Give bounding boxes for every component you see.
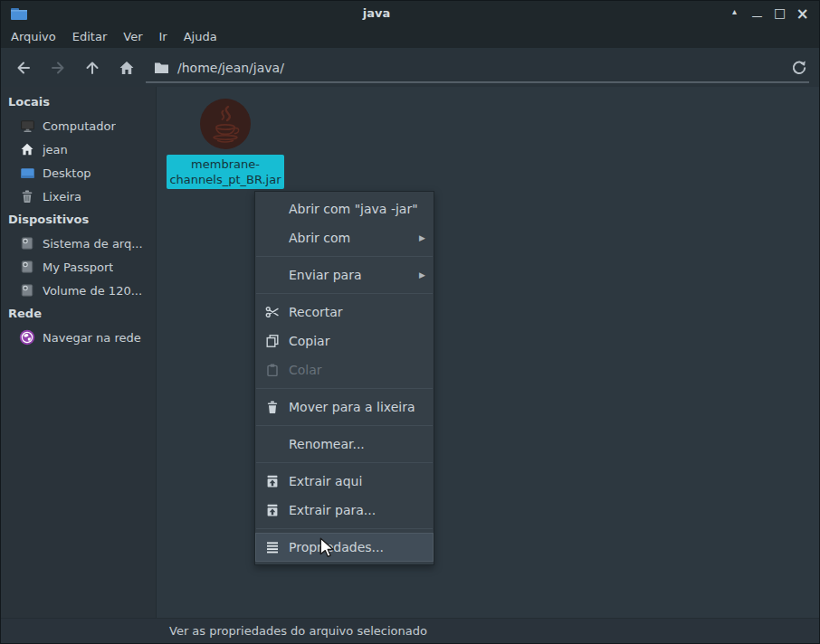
forward-arrow-icon bbox=[49, 59, 67, 77]
menu-separator bbox=[256, 256, 433, 257]
forward-button[interactable] bbox=[47, 57, 69, 79]
menu-editar[interactable]: Editar bbox=[64, 25, 116, 48]
sidebar: Locais Computador jean bbox=[1, 87, 157, 618]
refresh-icon bbox=[790, 59, 808, 77]
statusbar: Ver as propriedades do arquivo seleciona… bbox=[1, 618, 819, 643]
menu-item-extrair-para[interactable]: Extrair para... bbox=[255, 496, 434, 525]
menu-separator bbox=[256, 462, 433, 463]
path-folder-icon bbox=[154, 61, 169, 74]
sidebar-header-locais: Locais bbox=[1, 90, 156, 114]
properties-icon bbox=[264, 540, 281, 554]
menu-separator bbox=[256, 388, 433, 389]
menu-item-colar[interactable]: Colar bbox=[255, 355, 434, 384]
sidebar-item-my-passport[interactable]: My Passport bbox=[1, 255, 156, 279]
drive-icon bbox=[19, 259, 35, 275]
network-globe-icon bbox=[19, 329, 35, 346]
minimize-window-icon[interactable]: — bbox=[748, 6, 767, 25]
drive-icon bbox=[19, 282, 35, 298]
sidebar-header-dispositivos: Dispositivos bbox=[1, 208, 156, 232]
close-window-icon[interactable]: × bbox=[793, 4, 812, 23]
home-icon bbox=[19, 141, 35, 157]
menu-item-recortar[interactable]: Recortar bbox=[255, 298, 434, 327]
menu-separator bbox=[256, 528, 433, 529]
home-icon bbox=[118, 59, 136, 77]
extract-archive-icon bbox=[264, 503, 281, 517]
sidebar-header-rede: Rede bbox=[1, 302, 156, 326]
java-jar-icon bbox=[200, 99, 251, 149]
location-bar[interactable]: /home/jean/java/ bbox=[150, 61, 788, 75]
menu-arquivo[interactable]: Arquivo bbox=[3, 25, 64, 48]
copy-icon bbox=[264, 334, 281, 348]
back-button[interactable] bbox=[13, 57, 34, 79]
sidebar-item-sistema-de-arquivos[interactable]: Sistema de arq... bbox=[1, 232, 156, 255]
maximize-window-icon[interactable]: □ bbox=[770, 3, 789, 22]
sidebar-item-lixeira[interactable]: Lixeira bbox=[1, 185, 156, 208]
window-title: java bbox=[28, 6, 725, 20]
up-button[interactable] bbox=[81, 57, 103, 79]
menu-item-mover-para-a-lixeira[interactable]: Mover para a lixeira bbox=[255, 393, 434, 421]
menu-item-abrir-com[interactable]: Abrir com ▶ bbox=[255, 223, 434, 252]
sidebar-item-desktop[interactable]: Desktop bbox=[1, 161, 156, 185]
sidebar-item-volume[interactable]: Volume de 120... bbox=[1, 279, 156, 302]
file-manager-window: java ▴ — □ × Arquivo Editar Ver Ir Ajuda bbox=[0, 0, 820, 644]
trash-icon bbox=[19, 188, 35, 204]
desktop-icon bbox=[19, 165, 35, 181]
context-menu: Abrir com "java -jar" Abrir com ▶ Enviar… bbox=[254, 191, 434, 565]
shade-window-icon[interactable]: ▴ bbox=[725, 2, 744, 21]
sidebar-item-navegar-na-rede[interactable]: Navegar na rede bbox=[1, 326, 156, 349]
current-path: /home/jean/java/ bbox=[177, 61, 284, 75]
menu-item-copiar[interactable]: Copiar bbox=[255, 327, 434, 355]
trash-icon bbox=[264, 400, 281, 414]
up-arrow-icon bbox=[83, 59, 101, 77]
refresh-button[interactable] bbox=[788, 57, 810, 79]
toolbar: /home/jean/java/ bbox=[1, 48, 819, 87]
status-text: Ver as propriedades do arquivo seleciona… bbox=[169, 619, 819, 643]
view-top-border bbox=[146, 82, 809, 83]
home-button[interactable] bbox=[116, 57, 138, 79]
sidebar-item-computador[interactable]: Computador bbox=[1, 114, 156, 137]
menu-separator bbox=[256, 425, 433, 426]
menu-ver[interactable]: Ver bbox=[115, 25, 150, 48]
drive-icon bbox=[19, 235, 35, 251]
submenu-arrow-icon: ▶ bbox=[419, 270, 425, 279]
titlebar: java ▴ — □ × bbox=[1, 1, 819, 25]
menu-item-enviar-para[interactable]: Enviar para ▶ bbox=[255, 260, 434, 289]
submenu-arrow-icon: ▶ bbox=[419, 233, 425, 242]
menu-ajuda[interactable]: Ajuda bbox=[176, 25, 225, 48]
window-folder-icon bbox=[10, 6, 28, 21]
extract-archive-icon bbox=[264, 474, 281, 488]
cut-icon bbox=[264, 305, 281, 319]
computer-icon bbox=[19, 118, 35, 134]
menu-item-renomear[interactable]: Renomear... bbox=[255, 430, 434, 459]
sidebar-item-jean[interactable]: jean bbox=[1, 137, 156, 161]
back-arrow-icon bbox=[14, 59, 33, 77]
file-name-selected[interactable]: membrane-channels_pt_BR.jar bbox=[167, 155, 284, 189]
menu-ir[interactable]: Ir bbox=[151, 25, 176, 48]
file-item-jar[interactable]: membrane-channels_pt_BR.jar bbox=[167, 99, 284, 189]
window-controls: ▴ — □ × bbox=[725, 4, 812, 23]
menubar: Arquivo Editar Ver Ir Ajuda bbox=[1, 25, 819, 48]
paste-icon bbox=[264, 363, 281, 377]
menu-separator bbox=[256, 293, 433, 294]
menu-item-extrair-aqui[interactable]: Extrair aqui bbox=[255, 467, 434, 496]
menu-item-abrir-com-java-jar[interactable]: Abrir com "java -jar" bbox=[255, 194, 434, 223]
menu-item-propriedades[interactable]: Propriedades... bbox=[255, 533, 434, 562]
